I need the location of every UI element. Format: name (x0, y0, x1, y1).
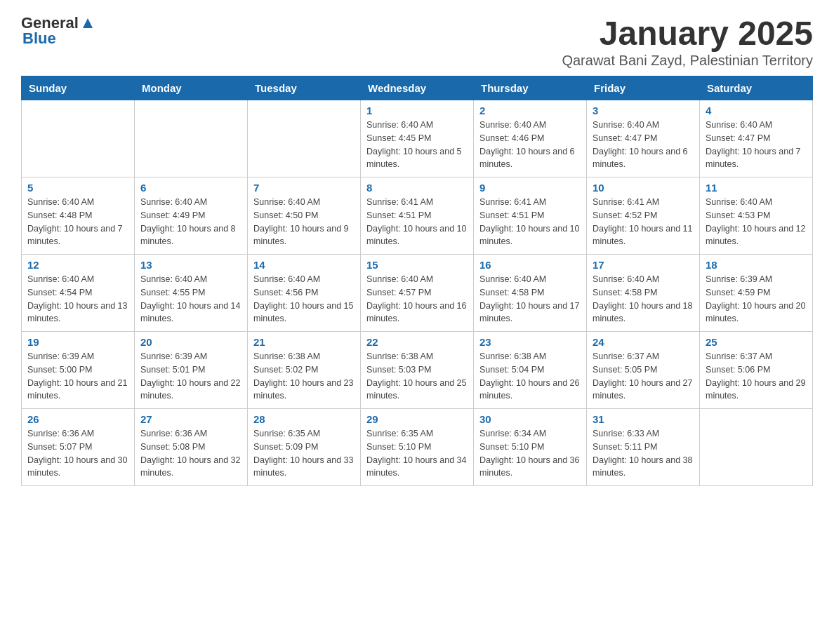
calendar-cell: 17Sunrise: 6:40 AM Sunset: 4:58 PM Dayli… (587, 255, 700, 332)
col-header-saturday: Saturday (700, 76, 813, 100)
day-info: Sunrise: 6:39 AM Sunset: 4:59 PM Dayligh… (706, 273, 807, 326)
day-info: Sunrise: 6:40 AM Sunset: 4:53 PM Dayligh… (706, 196, 807, 248)
day-number: 12 (27, 259, 128, 271)
day-info: Sunrise: 6:36 AM Sunset: 5:08 PM Dayligh… (140, 427, 241, 480)
calendar-cell: 19Sunrise: 6:39 AM Sunset: 5:00 PM Dayli… (22, 332, 135, 409)
day-number: 25 (706, 336, 807, 348)
day-number: 5 (27, 182, 128, 194)
day-number: 6 (140, 182, 241, 194)
week-row-3: 12Sunrise: 6:40 AM Sunset: 4:54 PM Dayli… (22, 255, 813, 332)
day-info: Sunrise: 6:40 AM Sunset: 4:45 PM Dayligh… (366, 119, 468, 171)
day-number: 18 (706, 259, 807, 271)
day-info: Sunrise: 6:40 AM Sunset: 4:47 PM Dayligh… (593, 119, 694, 171)
day-number: 9 (479, 182, 581, 194)
calendar-cell: 16Sunrise: 6:40 AM Sunset: 4:58 PM Dayli… (474, 255, 587, 332)
day-number: 20 (140, 336, 241, 348)
day-info: Sunrise: 6:38 AM Sunset: 5:03 PM Dayligh… (366, 350, 468, 403)
day-info: Sunrise: 6:40 AM Sunset: 4:56 PM Dayligh… (253, 273, 355, 326)
day-info: Sunrise: 6:33 AM Sunset: 5:11 PM Dayligh… (593, 427, 694, 480)
day-info: Sunrise: 6:35 AM Sunset: 5:10 PM Dayligh… (366, 427, 468, 480)
day-info: Sunrise: 6:39 AM Sunset: 5:00 PM Dayligh… (27, 350, 128, 403)
calendar-cell: 23Sunrise: 6:38 AM Sunset: 5:04 PM Dayli… (474, 332, 587, 409)
day-info: Sunrise: 6:40 AM Sunset: 4:58 PM Dayligh… (479, 273, 581, 326)
day-number: 4 (706, 105, 807, 116)
day-info: Sunrise: 6:35 AM Sunset: 5:09 PM Dayligh… (253, 427, 355, 480)
calendar-cell: 26Sunrise: 6:36 AM Sunset: 5:07 PM Dayli… (22, 409, 135, 486)
day-number: 22 (366, 336, 468, 348)
col-header-monday: Monday (135, 76, 248, 100)
day-number: 10 (593, 182, 694, 194)
day-info: Sunrise: 6:40 AM Sunset: 4:49 PM Dayligh… (140, 196, 241, 248)
calendar-cell: 1Sunrise: 6:40 AM Sunset: 4:45 PM Daylig… (361, 100, 474, 177)
subtitle: Qarawat Bani Zayd, Palestinian Territory (562, 53, 813, 69)
calendar-cell (22, 100, 135, 177)
calendar-cell (135, 100, 248, 177)
day-number: 2 (479, 105, 581, 116)
day-number: 29 (366, 413, 468, 425)
day-number: 13 (140, 259, 241, 271)
day-number: 30 (479, 413, 581, 425)
calendar-cell: 13Sunrise: 6:40 AM Sunset: 4:55 PM Dayli… (135, 255, 248, 332)
day-info: Sunrise: 6:40 AM Sunset: 4:47 PM Dayligh… (706, 119, 807, 171)
day-number: 27 (140, 413, 241, 425)
logo-triangle-icon (80, 15, 95, 31)
day-info: Sunrise: 6:40 AM Sunset: 4:46 PM Dayligh… (479, 119, 581, 171)
logo: General Blue (21, 14, 95, 48)
calendar-cell: 21Sunrise: 6:38 AM Sunset: 5:02 PM Dayli… (248, 332, 361, 409)
day-info: Sunrise: 6:40 AM Sunset: 4:48 PM Dayligh… (27, 196, 128, 248)
day-info: Sunrise: 6:40 AM Sunset: 4:57 PM Dayligh… (366, 273, 468, 326)
day-number: 26 (27, 413, 128, 425)
calendar-cell: 20Sunrise: 6:39 AM Sunset: 5:01 PM Dayli… (135, 332, 248, 409)
day-number: 24 (593, 336, 694, 348)
day-number: 3 (593, 105, 694, 116)
day-number: 31 (593, 413, 694, 425)
day-number: 21 (253, 336, 355, 348)
calendar-cell: 18Sunrise: 6:39 AM Sunset: 4:59 PM Dayli… (700, 255, 813, 332)
calendar-cell: 3Sunrise: 6:40 AM Sunset: 4:47 PM Daylig… (587, 100, 700, 177)
day-number: 28 (253, 413, 355, 425)
day-info: Sunrise: 6:41 AM Sunset: 4:52 PM Dayligh… (593, 196, 694, 248)
col-header-sunday: Sunday (22, 76, 135, 100)
week-row-1: 1Sunrise: 6:40 AM Sunset: 4:45 PM Daylig… (22, 100, 813, 177)
calendar-cell: 5Sunrise: 6:40 AM Sunset: 4:48 PM Daylig… (22, 177, 135, 255)
calendar-cell: 30Sunrise: 6:34 AM Sunset: 5:10 PM Dayli… (474, 409, 587, 486)
calendar-cell: 2Sunrise: 6:40 AM Sunset: 4:46 PM Daylig… (474, 100, 587, 177)
main-title: January 2025 (562, 14, 813, 53)
day-number: 1 (366, 105, 468, 116)
title-area: January 2025 Qarawat Bani Zayd, Palestin… (562, 14, 813, 69)
day-number: 15 (366, 259, 468, 271)
day-info: Sunrise: 6:40 AM Sunset: 4:58 PM Dayligh… (593, 273, 694, 326)
col-header-friday: Friday (587, 76, 700, 100)
day-info: Sunrise: 6:40 AM Sunset: 4:55 PM Dayligh… (140, 273, 241, 326)
week-row-4: 19Sunrise: 6:39 AM Sunset: 5:00 PM Dayli… (22, 332, 813, 409)
calendar-cell: 6Sunrise: 6:40 AM Sunset: 4:49 PM Daylig… (135, 177, 248, 255)
day-info: Sunrise: 6:37 AM Sunset: 5:06 PM Dayligh… (706, 350, 807, 403)
calendar-cell: 22Sunrise: 6:38 AM Sunset: 5:03 PM Dayli… (361, 332, 474, 409)
calendar-cell: 25Sunrise: 6:37 AM Sunset: 5:06 PM Dayli… (700, 332, 813, 409)
day-number: 8 (366, 182, 468, 194)
calendar-cell: 12Sunrise: 6:40 AM Sunset: 4:54 PM Dayli… (22, 255, 135, 332)
day-info: Sunrise: 6:37 AM Sunset: 5:05 PM Dayligh… (593, 350, 694, 403)
calendar-cell: 28Sunrise: 6:35 AM Sunset: 5:09 PM Dayli… (248, 409, 361, 486)
svg-marker-0 (83, 18, 93, 28)
day-number: 17 (593, 259, 694, 271)
day-info: Sunrise: 6:38 AM Sunset: 5:04 PM Dayligh… (479, 350, 581, 403)
calendar-cell: 29Sunrise: 6:35 AM Sunset: 5:10 PM Dayli… (361, 409, 474, 486)
day-info: Sunrise: 6:39 AM Sunset: 5:01 PM Dayligh… (140, 350, 241, 403)
day-number: 19 (27, 336, 128, 348)
week-row-5: 26Sunrise: 6:36 AM Sunset: 5:07 PM Dayli… (22, 409, 813, 486)
calendar-cell (248, 100, 361, 177)
day-number: 14 (253, 259, 355, 271)
day-number: 23 (479, 336, 581, 348)
col-header-thursday: Thursday (474, 76, 587, 100)
calendar-cell: 10Sunrise: 6:41 AM Sunset: 4:52 PM Dayli… (587, 177, 700, 255)
calendar-cell: 11Sunrise: 6:40 AM Sunset: 4:53 PM Dayli… (700, 177, 813, 255)
calendar: SundayMondayTuesdayWednesdayThursdayFrid… (21, 76, 813, 486)
calendar-cell (700, 409, 813, 486)
col-header-wednesday: Wednesday (361, 76, 474, 100)
day-number: 16 (479, 259, 581, 271)
day-info: Sunrise: 6:34 AM Sunset: 5:10 PM Dayligh… (479, 427, 581, 480)
calendar-cell: 7Sunrise: 6:40 AM Sunset: 4:50 PM Daylig… (248, 177, 361, 255)
day-info: Sunrise: 6:36 AM Sunset: 5:07 PM Dayligh… (27, 427, 128, 480)
week-row-2: 5Sunrise: 6:40 AM Sunset: 4:48 PM Daylig… (22, 177, 813, 255)
